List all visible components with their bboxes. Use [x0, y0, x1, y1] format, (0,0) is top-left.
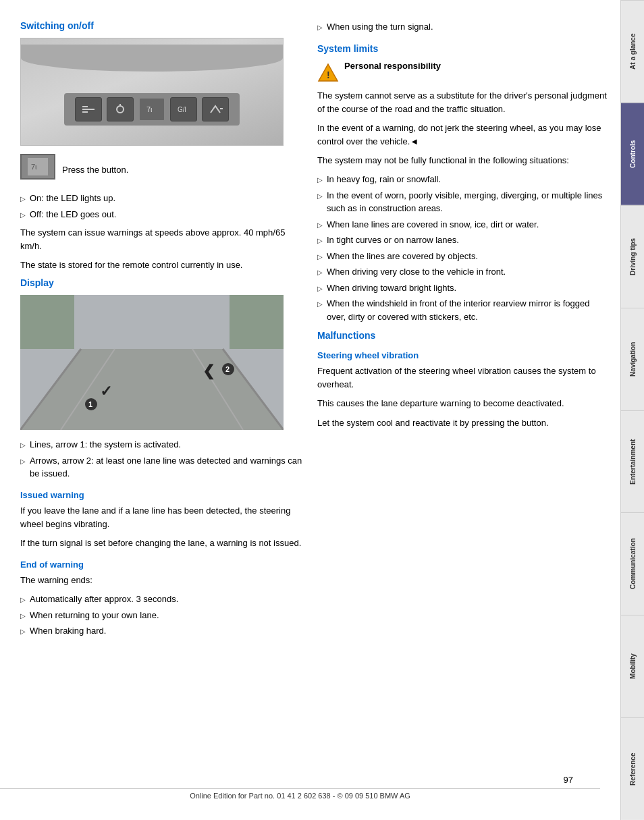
svg-text:2: 2 — [225, 365, 230, 373]
ctrl-btn-4: G/l — [170, 97, 197, 121]
dashboard-image: 7ι G/l — [20, 38, 284, 146]
display-bullets-list: ▷Lines, arrow 1: the system is activated… — [20, 438, 304, 481]
limit-1: In heavy fog, rain or snowfall. — [327, 173, 441, 186]
warning-icon: ! — [317, 62, 339, 84]
svg-text:!: ! — [327, 70, 330, 80]
end-warning-2: When returning to your own lane. — [30, 609, 159, 622]
limit-7: When driving toward bright lights. — [327, 281, 456, 295]
bullet-arrow: ▷ — [317, 252, 323, 262]
sidebar-tab-driving-tips[interactable]: Driving tips — [621, 205, 644, 308]
svg-text:7ι: 7ι — [31, 163, 37, 171]
switching-title: Switching on/off — [20, 20, 304, 31]
turn-signal-text: When using the turn signal. — [327, 20, 433, 34]
bullet-arrow: ▷ — [20, 194, 26, 204]
ctrl-btn-5 — [202, 97, 229, 121]
sidebar-tab-at-a-glance[interactable]: At a glance — [621, 0, 644, 103]
system-limits-p3: The system may not be fully functional i… — [317, 154, 607, 167]
press-button-label: Press the button. — [62, 165, 128, 175]
issued-warning-title: Issued warning — [20, 490, 304, 500]
bullet-arrow: ▷ — [20, 456, 26, 466]
bullet-arrow: ▷ — [317, 299, 323, 309]
sidebar: At a glance Controls Driving tips Naviga… — [620, 0, 644, 820]
steering-p3: Let the system cool and reactivate it by… — [317, 416, 607, 430]
steering-p1: Frequent activation of the steering whee… — [317, 364, 607, 391]
on-off-list: ▷On: the LED lights up. ▷Off: the LED go… — [20, 192, 304, 221]
off-led-text: Off: the LED goes out. — [30, 208, 116, 221]
sidebar-tab-controls[interactable]: Controls — [621, 103, 644, 205]
page-number: 97 — [564, 775, 573, 785]
issued-warning-p2: If the turn signal is set before changin… — [20, 537, 304, 550]
end-warning-3: When braking hard. — [30, 624, 106, 638]
turn-signal-list: ▷When using the turn signal. — [317, 20, 607, 34]
bullet-arrow: ▷ — [317, 191, 323, 201]
limit-6: When driving very close to the vehicle i… — [327, 265, 506, 279]
steering-p2: This causes the lane departure warning t… — [317, 397, 607, 410]
bullet-arrow: ▷ — [20, 626, 26, 636]
bullet-arrow: ▷ — [20, 440, 26, 450]
display-title: Display — [20, 277, 304, 288]
svg-text:G/l: G/l — [178, 106, 186, 113]
limit-2: In the event of worn, poorly visible, me… — [327, 189, 607, 215]
bullet-arrow: ▷ — [317, 267, 323, 277]
state-note: The state is stored for the remote contr… — [20, 258, 304, 272]
limit-4: In tight curves or on narrow lanes. — [327, 234, 459, 247]
end-of-warning-list: ▷Automatically after approx. 3 seconds. … — [20, 593, 304, 638]
sidebar-tab-reference[interactable]: Reference — [621, 717, 644, 820]
limit-8: When the windshield in front of the inte… — [327, 297, 607, 323]
end-of-warning-title: End of warning — [20, 559, 304, 570]
system-limits-title: System limits — [317, 43, 607, 54]
bullet-arrow: ▷ — [317, 22, 323, 32]
system-limits-p2: In the event of a warning, do not jerk t… — [317, 121, 607, 148]
svg-rect-22 — [230, 295, 284, 349]
svg-text:1: 1 — [88, 400, 92, 408]
svg-text:✓: ✓ — [100, 383, 112, 400]
sidebar-tab-communication[interactable]: Communication — [621, 512, 644, 615]
bullet-arrow: ▷ — [317, 175, 323, 185]
sidebar-tab-navigation[interactable]: Navigation — [621, 308, 644, 410]
sidebar-tab-entertainment[interactable]: Entertainment — [621, 410, 644, 513]
end-warning-1: Automatically after approx. 3 seconds. — [30, 593, 178, 606]
press-button-icon: 7ι — [20, 154, 55, 180]
system-limits-bullets: ▷In heavy fog, rain or snowfall. ▷In the… — [317, 173, 607, 323]
limit-5: When the lines are covered by objects. — [327, 250, 478, 263]
ctrl-btn-1 — [75, 97, 102, 121]
steering-wheel-title: Steering wheel vibration — [317, 350, 607, 360]
right-column: ▷When using the turn signal. System limi… — [317, 20, 607, 800]
warning-block: ! Personal responsibility — [317, 61, 607, 84]
bullet-arrow: ▷ — [317, 283, 323, 294]
issued-warning-p1: If you leave the lane and if a lane line… — [20, 504, 304, 531]
bullet-arrow: ▷ — [20, 595, 26, 605]
bullet-arrow: ▷ — [20, 611, 26, 621]
svg-point-3 — [117, 106, 124, 113]
page-number-area: 97 — [0, 775, 600, 788]
speed-note: The system can issue warnings at speeds … — [20, 226, 304, 253]
footer-text: Online Edition for Part no. 01 41 2 602 … — [0, 792, 600, 807]
on-led-text: On: the LED lights up. — [30, 192, 115, 205]
limit-3: When lane lines are covered in snow, ice… — [327, 218, 539, 231]
svg-rect-21 — [20, 295, 74, 349]
end-of-warning-intro: The warning ends: — [20, 574, 304, 587]
display-bullet-2: Arrows, arrow 2: at least one lane line … — [30, 454, 304, 481]
system-limits-p1: The system cannot serve as a substitute … — [317, 89, 607, 116]
personal-responsibility: Personal responsibility — [344, 61, 441, 71]
left-column: Switching on/off — [20, 20, 304, 800]
bullet-arrow: ▷ — [20, 210, 26, 220]
sidebar-tab-mobility[interactable]: Mobility — [621, 615, 644, 717]
ctrl-btn-3: 7ι — [138, 97, 165, 121]
malfunctions-title: Malfunctions — [317, 330, 607, 341]
svg-text:❮: ❮ — [203, 362, 215, 380]
bullet-arrow: ▷ — [317, 220, 323, 230]
display-bullet-1: Lines, arrow 1: the system is activated. — [30, 438, 181, 452]
bullet-arrow: ▷ — [317, 236, 323, 246]
ctrl-btn-2 — [107, 97, 134, 121]
road-display-image: ✓ ❮ 1 2 — [20, 295, 284, 430]
svg-text:7ι: 7ι — [146, 105, 153, 113]
